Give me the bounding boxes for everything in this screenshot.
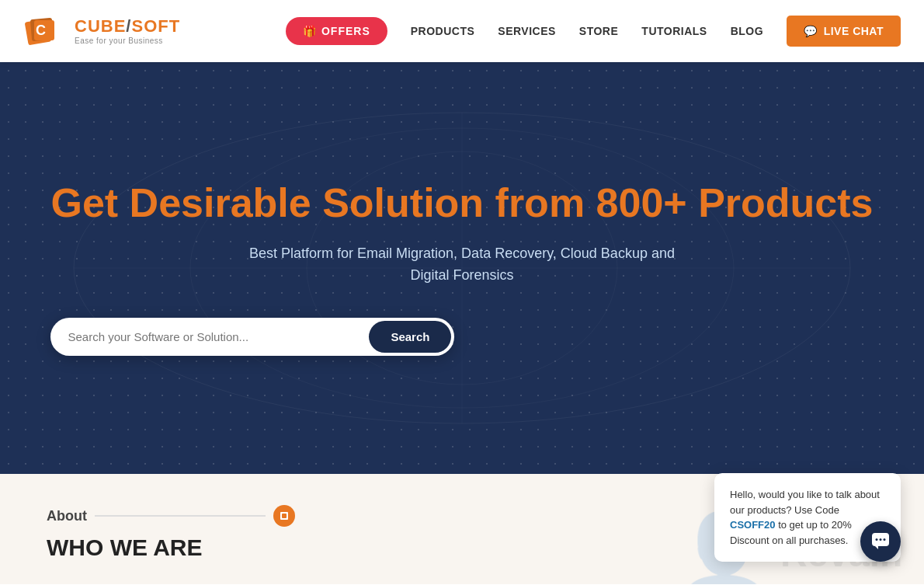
about-icon <box>273 505 295 527</box>
logo-text: CUBE/SOFT Ease for your Business <box>75 17 180 44</box>
nav-links: 🎁 OFFERS PRODUCTS SERVICES STORE TUTORIA… <box>286 16 901 47</box>
gift-icon: 🎁 <box>303 25 317 37</box>
svg-point-15 <box>884 538 886 541</box>
chat-bubble-button[interactable] <box>860 521 901 562</box>
promo-code: CSOFF20 <box>730 519 776 531</box>
logo[interactable]: C CUBE/SOFT Ease for your Business <box>23 9 180 53</box>
svg-text:C: C <box>36 23 46 38</box>
nav-products[interactable]: PRODUCTS <box>411 25 475 37</box>
hero-content: Get Desirable Solution from 800+ Product… <box>35 180 888 356</box>
search-bar: Search <box>50 318 454 356</box>
about-divider-line <box>95 515 266 517</box>
navbar: C CUBE/SOFT Ease for your Business 🎁 OFF… <box>0 0 924 62</box>
search-input[interactable] <box>50 318 366 356</box>
svg-point-14 <box>880 538 882 541</box>
hero-section: Get Desirable Solution from 800+ Product… <box>0 62 924 474</box>
svg-rect-10 <box>282 514 287 518</box>
brand-name: CUBE/SOFT <box>75 17 180 36</box>
svg-marker-12 <box>875 546 878 549</box>
offers-label: OFFERS <box>321 25 370 37</box>
nav-store[interactable]: STORE <box>579 25 618 37</box>
hero-title: Get Desirable Solution from 800+ Product… <box>50 180 873 227</box>
nav-tutorials[interactable]: TUTORIALS <box>641 25 707 37</box>
svg-point-13 <box>876 538 878 541</box>
box-icon <box>279 510 290 521</box>
logo-icon: C <box>23 9 67 53</box>
about-text: About <box>47 508 87 524</box>
nav-services[interactable]: SERVICES <box>498 25 556 37</box>
search-button[interactable]: Search <box>369 321 451 353</box>
offers-button[interactable]: 🎁 OFFERS <box>286 17 387 45</box>
live-chat-icon: 💬 <box>804 25 818 37</box>
brand-tagline: Ease for your Business <box>75 37 180 45</box>
nav-blog[interactable]: BLOG <box>731 25 763 37</box>
hero-subtitle: Best Platform for Email Migration, Data … <box>50 242 873 287</box>
live-chat-button[interactable]: 💬 LIVE CHAT <box>787 16 901 47</box>
chat-bubble-icon <box>870 531 891 552</box>
live-chat-label: LIVE CHAT <box>824 25 884 37</box>
